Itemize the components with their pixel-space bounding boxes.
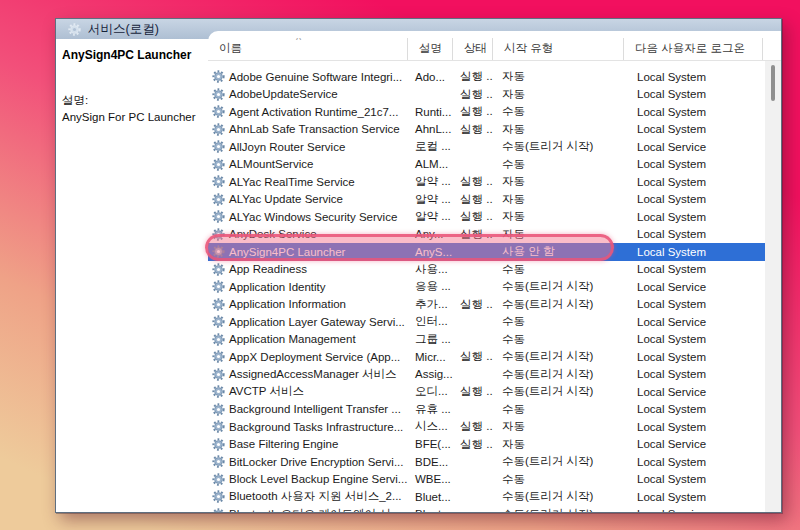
scrollbar-thumb[interactable] <box>771 65 775 101</box>
table-row[interactable]: Block Level Backup Engine Servi... WBE..… <box>208 471 781 489</box>
table-row[interactable]: AppX Deployment Service (App... Micr... … <box>208 348 781 366</box>
status-cell: 실행 ... <box>453 384 493 399</box>
description-cell: AhnL... <box>408 123 453 135</box>
services-local-title: 서비스(로컬) <box>88 21 159 38</box>
service-name-cell: AhnLab Safe Transaction Service <box>208 123 408 136</box>
table-row[interactable]: ALYac Windows Security Service 알약 ... 실행… <box>208 208 781 226</box>
startup-type-cell: 수동 <box>493 104 624 119</box>
description-cell: 사용... <box>408 262 453 277</box>
logon-cell: Local System <box>624 263 763 275</box>
description-cell: Bluet... <box>408 508 453 512</box>
logon-cell: Local Service <box>624 316 763 328</box>
service-name-cell: BitLocker Drive Encryption Servi... <box>208 455 408 468</box>
table-row[interactable]: Application Identity 응용 ... 수동(트리거 시작) L… <box>208 278 781 296</box>
service-gear-icon <box>212 210 225 223</box>
service-name-cell: App Readiness <box>208 263 408 276</box>
startup-type-cell: 자동 <box>493 192 624 207</box>
table-row[interactable]: AhnLab Safe Transaction Service AhnL... … <box>208 121 781 139</box>
description-cell: Runti... <box>408 106 453 118</box>
service-gear-icon <box>212 140 225 153</box>
logon-cell: Local System <box>624 403 763 415</box>
logon-cell: Local System <box>624 298 763 310</box>
table-row[interactable]: Application Management 그룹 ... 수동 Local S… <box>208 331 781 349</box>
description-label: 설명: <box>62 93 202 108</box>
table-row[interactable]: Background Tasks Infrastructure... 시스...… <box>208 418 781 436</box>
table-row[interactable]: AssignedAccessManager 서비스 Assig... 수동(트리… <box>208 366 781 384</box>
table-row[interactable]: AllJoyn Router Service 로컬 ... 수동(트리거 시작)… <box>208 138 781 156</box>
startup-type-cell: 수동(트리거 시작) <box>493 279 624 294</box>
startup-type-cell: 수동 <box>493 472 624 487</box>
service-gear-icon <box>212 105 225 118</box>
startup-type-cell: 수동 <box>493 157 624 172</box>
logon-cell: Local Service <box>624 386 763 398</box>
service-gear-icon <box>212 123 225 136</box>
startup-type-cell: 수동(트리거 시작) <box>493 454 624 469</box>
logon-cell: Local System <box>624 106 763 118</box>
table-row[interactable]: Background Intelligent Transfer ... 유휴 .… <box>208 401 781 419</box>
table-row[interactable]: BitLocker Drive Encryption Servi... BDE.… <box>208 453 781 471</box>
table-row[interactable]: Application Information 추가... 실행 ... 수동(… <box>208 296 781 314</box>
table-row[interactable]: Bluetooth 사용자 지원 서비스_2... Bluet... 수동(트리… <box>208 488 781 506</box>
table-row[interactable]: Adobe Genuine Software Integri... Ado...… <box>208 68 781 86</box>
logon-cell: Local Service <box>624 141 763 153</box>
service-gear-icon <box>212 175 225 188</box>
service-name-cell: AssignedAccessManager 서비스 <box>208 367 408 382</box>
services-window: 서비스(로컬) AnySign4PC Launcher 설명: AnySign … <box>55 18 782 513</box>
service-name-cell: Adobe Genuine Software Integri... <box>208 70 408 83</box>
startup-type-cell: 수동(트리거 시작) <box>493 349 624 364</box>
service-name-cell: Bluetooth 오디오 게이트웨이 서... <box>208 507 408 512</box>
status-cell: 실행 ... <box>453 69 493 84</box>
service-gear-icon <box>212 403 225 416</box>
service-gear-icon <box>212 315 225 328</box>
service-gear-icon <box>212 368 225 381</box>
service-gear-icon <box>212 245 225 258</box>
startup-type-cell: 수동(트리거 시작) <box>493 367 624 382</box>
column-header-startup-type[interactable]: 시작 유형 <box>493 38 624 60</box>
table-row[interactable]: AdobeUpdateService 실행 ... 자동 Local Syste… <box>208 86 781 104</box>
column-header-description[interactable]: 설명 <box>408 38 453 60</box>
startup-type-cell: 자동 <box>493 227 624 242</box>
table-row[interactable]: AnyDesk Service Any... 실행 ... 자동 Local S… <box>208 226 781 244</box>
table-row[interactable]: Application Layer Gateway Servi... 인터...… <box>208 313 781 331</box>
service-gear-icon <box>212 70 225 83</box>
status-cell: 실행 ... <box>453 297 493 312</box>
logon-cell: Local System <box>624 88 763 100</box>
table-row[interactable]: Agent Activation Runtime_21c7... Runti..… <box>208 103 781 121</box>
table-row[interactable]: AnySign4PC Launcher AnyS... 사용 안 함 Local… <box>208 243 781 261</box>
service-name-cell: Agent Activation Runtime_21c7... <box>208 105 408 118</box>
logon-cell: Local System <box>624 456 763 468</box>
service-name-cell: Base Filtering Engine <box>208 438 408 451</box>
table-row[interactable]: App Readiness 사용... 수동 Local System <box>208 261 781 279</box>
service-gear-icon <box>212 298 225 311</box>
logon-cell: Local System <box>624 71 763 83</box>
status-cell: 실행 ... <box>453 87 493 102</box>
services-list-panel: 이름 ^ 설명 상태 시작 유형 다음 사용자로 로그온 Ad <box>208 31 781 512</box>
column-header-name[interactable]: 이름 ^ <box>208 38 408 60</box>
service-name-cell: AVCTP 서비스 <box>208 384 408 399</box>
service-name-cell: ALYac Windows Security Service <box>208 210 408 223</box>
logon-cell: Local System <box>624 246 763 258</box>
status-cell: 실행 ... <box>453 122 493 137</box>
description-cell: Assig... <box>408 368 453 380</box>
startup-type-cell: 수동 <box>493 332 624 347</box>
column-header-logon-as[interactable]: 다음 사용자로 로그온 <box>624 38 763 60</box>
service-gear-icon <box>212 333 225 346</box>
service-name-cell: Application Identity <box>208 280 408 293</box>
description-cell: WBE... <box>408 473 453 485</box>
vertical-scrollbar[interactable] <box>765 61 781 512</box>
table-row[interactable]: Base Filtering Engine BFE(... 실행 ... 자동 … <box>208 436 781 454</box>
service-name-cell: Application Layer Gateway Servi... <box>208 315 408 328</box>
description-cell: 응용 ... <box>408 279 453 294</box>
sort-asc-icon: ^ <box>296 38 301 46</box>
description-cell: 오디... <box>408 384 453 399</box>
service-gear-icon <box>212 473 225 486</box>
extended-description-panel: AnySign4PC Launcher 설명: AnySign For PC L… <box>56 39 208 512</box>
table-row[interactable]: Bluetooth 오디오 게이트웨이 서... Bluet... 수동(트리거… <box>208 506 781 513</box>
table-row[interactable]: ALYac RealTime Service 알약 ... 실행 ... 자동 … <box>208 173 781 191</box>
table-row[interactable]: AVCTP 서비스 오디... 실행 ... 수동(트리거 시작) Local … <box>208 383 781 401</box>
description-text: AnySign For PC Launcher <box>62 111 202 123</box>
table-row[interactable]: ALYac Update Service 알약 ... 실행 ... 자동 Lo… <box>208 191 781 209</box>
service-gear-icon <box>212 263 225 276</box>
column-header-status[interactable]: 상태 <box>453 38 493 60</box>
table-row[interactable]: ALMountService ALM... 수동 Local System <box>208 156 781 174</box>
